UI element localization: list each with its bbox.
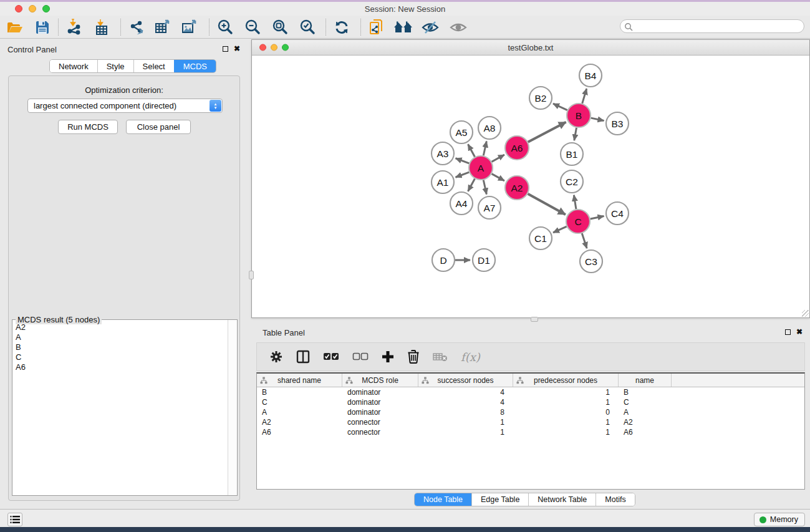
checked-boxes-icon[interactable] [323, 352, 339, 361]
table-cell[interactable]: 4 [418, 398, 513, 407]
column-header-predecessor-nodes[interactable]: predecessor nodes [513, 374, 619, 387]
table-cell[interactable]: 1 [513, 388, 619, 397]
run-mcds-button[interactable]: Run MCDS [58, 120, 118, 134]
network-close-button[interactable] [259, 44, 266, 51]
search-input[interactable] [635, 21, 799, 32]
table-cell[interactable]: 4 [418, 388, 513, 397]
gear-icon[interactable] [269, 350, 283, 364]
graph-edge-B-B4[interactable] [582, 89, 587, 104]
houses-icon[interactable] [392, 17, 415, 37]
table-cell[interactable]: connector [342, 418, 418, 427]
panel-divider-handle[interactable] [249, 271, 254, 279]
tab-style[interactable]: Style [97, 60, 133, 72]
import-table-icon[interactable] [90, 17, 113, 37]
graph-edge-A-A1[interactable] [456, 172, 470, 177]
eye-icon[interactable] [447, 17, 470, 37]
table-cell[interactable]: A6 [619, 428, 672, 437]
float-panel-icon[interactable] [223, 46, 228, 52]
tab-motifs[interactable]: Motifs [595, 493, 634, 506]
tab-network[interactable]: Network [50, 60, 97, 72]
column-header-MCDS-role[interactable]: MCDS role [342, 374, 418, 387]
memory-button[interactable]: Memory [754, 513, 805, 526]
minimize-window-button[interactable] [29, 5, 36, 12]
table-cell[interactable]: 8 [418, 408, 513, 417]
plus-icon[interactable] [382, 351, 394, 363]
criterion-dropdown[interactable]: largest connected component (directed) ▲… [27, 99, 223, 113]
table-cell[interactable]: 1 [513, 428, 619, 437]
save-icon[interactable] [31, 17, 54, 37]
eye-slash-icon[interactable] [419, 17, 441, 37]
zoom-fit-icon[interactable] [269, 17, 291, 37]
duplicate-network-icon[interactable] [366, 17, 388, 37]
table-cell[interactable]: A2 [619, 418, 672, 427]
graph-edge-A-A4[interactable] [468, 179, 475, 191]
tab-select[interactable]: Select [133, 60, 174, 72]
export-image-icon[interactable] [178, 17, 201, 37]
table-row[interactable]: A2connector11A2 [257, 417, 804, 427]
tab-edge-table[interactable]: Edge Table [471, 493, 528, 506]
export-network-icon[interactable] [125, 17, 148, 37]
zoom-window-button[interactable] [42, 5, 50, 12]
mcds-result-item[interactable]: C [12, 352, 228, 362]
graph-edge-A2-C[interactable] [528, 194, 566, 215]
graph-edge-C-C2[interactable] [574, 195, 576, 210]
column-header-shared-name[interactable]: shared name [257, 374, 342, 387]
zoom-in-icon[interactable] [214, 17, 236, 37]
close-window-button[interactable] [15, 5, 22, 12]
table-cell[interactable]: 1 [513, 418, 619, 427]
export-table-icon[interactable] [152, 17, 174, 37]
zoom-out-icon[interactable] [241, 17, 264, 37]
table-cell[interactable]: dominator [342, 388, 418, 397]
mcds-result-item[interactable]: B [12, 342, 228, 352]
float-panel-icon[interactable] [785, 329, 791, 335]
table-cell[interactable]: A2 [257, 418, 342, 427]
tab-mcds[interactable]: MCDS [174, 60, 216, 72]
tab-node-table[interactable]: Node Table [415, 493, 471, 506]
table-row[interactable]: Adominator80A [257, 407, 804, 417]
table-cell[interactable]: connector [342, 428, 418, 437]
table-cell[interactable]: 0 [513, 408, 619, 417]
table-cell[interactable]: A [257, 408, 342, 417]
graph-edge-C-C4[interactable] [591, 216, 604, 219]
mcds-list-scrollbar[interactable] [228, 320, 237, 495]
panel-divider-handle[interactable] [531, 317, 538, 322]
table-cell[interactable]: C [257, 398, 342, 407]
unchecked-boxes-icon[interactable] [352, 352, 369, 361]
table-cell[interactable]: 1 [513, 398, 619, 407]
column-header-successor-nodes[interactable]: successor nodes [418, 374, 513, 387]
graph-edge-A-A2[interactable] [492, 174, 504, 181]
table-cell[interactable]: 1 [418, 428, 513, 437]
split-column-icon[interactable] [296, 350, 310, 364]
graph-edge-B-B3[interactable] [591, 118, 604, 120]
table-cell[interactable]: dominator [342, 398, 418, 407]
graph-edge-A-A5[interactable] [468, 144, 475, 157]
table-cell[interactable]: C [619, 398, 672, 407]
search-box[interactable] [620, 19, 804, 33]
table-cell[interactable]: B [619, 388, 672, 397]
folder-open-icon[interactable] [4, 17, 26, 37]
mcds-result-item[interactable]: A2 [12, 322, 228, 332]
network-window-titlebar[interactable]: testGlobe.txt [252, 40, 809, 56]
table-cell[interactable]: dominator [342, 408, 418, 417]
network-zoom-button[interactable] [282, 44, 289, 51]
close-panel-icon[interactable]: ✖ [234, 46, 240, 52]
zoom-selected-icon[interactable] [296, 17, 319, 37]
import-network-icon[interactable] [63, 17, 85, 37]
trash-icon[interactable] [407, 350, 420, 364]
tab-network-table[interactable]: Network Table [528, 493, 595, 506]
mcds-result-item[interactable]: A6 [12, 362, 228, 372]
graph-edge-A-A6[interactable] [492, 155, 504, 162]
graph-edge-A-A8[interactable] [483, 141, 486, 155]
table-row[interactable]: Cdominator41C [257, 397, 804, 407]
table-row[interactable]: Bdominator41B [257, 387, 804, 397]
graph-edge-A6-B[interactable] [528, 122, 566, 142]
graph-edge-B-B2[interactable] [553, 104, 567, 110]
close-panel-button[interactable]: Close panel [126, 120, 191, 134]
close-panel-icon[interactable]: ✖ [796, 329, 803, 335]
table-row[interactable]: A6connector11A6 [257, 427, 804, 437]
network-canvas[interactable]: B4B2BB3A5A8A6B1A3AA1C2A2A4A7C1CC4C3DD1 [252, 56, 809, 317]
graph-edge-C-C3[interactable] [582, 233, 587, 248]
graph-edge-A-A3[interactable] [456, 158, 470, 163]
table-cell[interactable]: A6 [257, 428, 342, 437]
graph-edge-B-B1[interactable] [574, 128, 577, 141]
